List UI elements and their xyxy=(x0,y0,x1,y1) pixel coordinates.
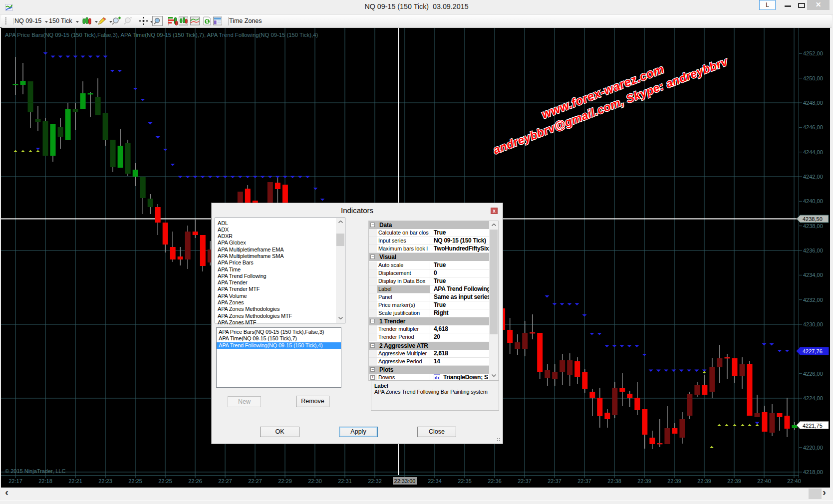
svg-text:22:18: 22:18 xyxy=(38,478,52,484)
svg-text:22:32: 22:32 xyxy=(368,478,382,484)
svg-text:22:27: 22:27 xyxy=(248,478,262,484)
svg-text:APA Price Bars(NQ 09-15 (150 T: APA Price Bars(NQ 09-15 (150 Tick),False… xyxy=(5,32,318,38)
svg-text:22:37: 22:37 xyxy=(577,478,591,484)
svg-text:4227,76: 4227,76 xyxy=(803,348,823,354)
svg-text:4220,00: 4220,00 xyxy=(803,445,823,451)
svg-text:4224,00: 4224,00 xyxy=(803,395,823,401)
svg-text:4221,75: 4221,75 xyxy=(803,423,823,429)
svg-text:22:25: 22:25 xyxy=(158,478,172,484)
svg-text:22:21: 22:21 xyxy=(68,478,82,484)
svg-text:4240,00: 4240,00 xyxy=(803,198,823,204)
svg-text:22:31: 22:31 xyxy=(338,478,352,484)
svg-text:4226,00: 4226,00 xyxy=(803,371,823,377)
svg-text:22:30: 22:30 xyxy=(308,478,322,484)
svg-text:4238,00: 4238,00 xyxy=(803,223,823,229)
svg-text:4242,00: 4242,00 xyxy=(803,174,823,180)
svg-text:4234,00: 4234,00 xyxy=(803,272,823,278)
svg-text:22:35: 22:35 xyxy=(458,478,472,484)
svg-text:4238,50: 4238,50 xyxy=(803,216,823,222)
svg-text:22:37: 22:37 xyxy=(548,478,561,484)
svg-text:22:38: 22:38 xyxy=(607,478,621,484)
svg-text:4244,00: 4244,00 xyxy=(803,149,823,155)
svg-text:22:36: 22:36 xyxy=(488,478,502,484)
svg-text:© 2015 NinjaTrader, LLC: © 2015 NinjaTrader, LLC xyxy=(5,468,65,474)
svg-text:4248,00: 4248,00 xyxy=(803,100,823,106)
svg-text:22:34: 22:34 xyxy=(428,478,442,484)
svg-text:22:25: 22:25 xyxy=(128,478,142,484)
svg-text:22:26: 22:26 xyxy=(188,478,202,484)
svg-text:22:40: 22:40 xyxy=(757,478,771,484)
svg-text:22:33:00: 22:33:00 xyxy=(394,478,416,484)
svg-text:4246,00: 4246,00 xyxy=(803,124,823,130)
svg-text:4218,00: 4218,00 xyxy=(803,469,823,475)
svg-text:22:17: 22:17 xyxy=(8,478,22,484)
svg-text:22:39: 22:39 xyxy=(667,478,681,484)
svg-text:22:39: 22:39 xyxy=(697,478,711,484)
svg-text:22:23: 22:23 xyxy=(98,478,112,484)
svg-text:4230,00: 4230,00 xyxy=(803,321,823,327)
svg-text:4252,00: 4252,00 xyxy=(803,50,823,56)
svg-text:22:37: 22:37 xyxy=(518,478,532,484)
svg-text:4232,00: 4232,00 xyxy=(803,297,823,303)
svg-text:22:40: 22:40 xyxy=(787,478,801,484)
svg-text:22:39: 22:39 xyxy=(727,478,741,484)
svg-text:4236,00: 4236,00 xyxy=(803,248,823,253)
svg-text:22:27: 22:27 xyxy=(218,478,232,484)
svg-text:22:39: 22:39 xyxy=(637,478,651,484)
svg-text:22:29: 22:29 xyxy=(278,478,292,484)
svg-text:4250,00: 4250,00 xyxy=(803,75,823,81)
